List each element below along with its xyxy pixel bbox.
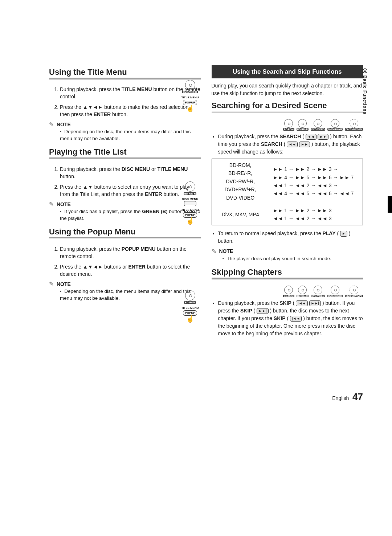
steps-list: During playback, press the DISC MENU or … (49, 165, 201, 198)
heading-title-list: Playing the Title List (49, 147, 201, 157)
note-row: ✎ NOTE (212, 248, 363, 255)
banner: Using the Search and Skip Functions (212, 65, 363, 78)
disc-badge: DVD±RW/±R (327, 286, 343, 297)
step: During playback, press the DISC MENU or … (60, 165, 201, 180)
edge-mark (388, 196, 392, 213)
disc-badge: DivX/MKV/MP4 (345, 286, 363, 297)
blank-button-icon (184, 201, 196, 206)
note-row: ✎ NOTE (49, 281, 201, 287)
popup-button-icon: POPUP (183, 212, 197, 218)
play-icon: ► (340, 231, 347, 237)
disc-badge: BD-ROM (283, 119, 294, 131)
bullet-list: During playback, press the SEARCH ( ◄◄ ►… (212, 133, 363, 156)
note-icon: ✎ (212, 248, 216, 255)
disc-badge: DVD-VIDEO (311, 286, 325, 297)
hand-icon: ☝ (180, 105, 201, 112)
speed-table: BD-ROM, BD-RE/-R, DVD-RW/-R, DVD+RW/+R, … (212, 159, 363, 225)
skip-forward-icon: ►►| (257, 308, 268, 314)
disc-badge: DVD±RW/±R (327, 119, 343, 131)
disc-badge: BD-RE/-R (297, 119, 309, 131)
page-number: 47 (352, 391, 363, 402)
table-cell: DivX, MKV, MP4 (212, 204, 269, 225)
disc-badge: BD-RE/-R (297, 286, 309, 297)
disc-icon-block: BD-RE/-R DISC MENU TITLE MENU POPUP ☝ (180, 181, 201, 224)
rewind-icon: ◄◄ (287, 142, 298, 147)
fastforward-icon: ►► (299, 142, 310, 147)
side-tab: 06 Basic Functions (362, 68, 367, 114)
step: During playback, press the POPUP MENU bu… (60, 245, 201, 260)
skip-back-icon: |◄◄ (296, 300, 307, 306)
popup-button-icon: POPUP (183, 310, 197, 316)
note-row: ✎ NOTE (49, 121, 201, 128)
heading-search: Searching for a Desired Scene (212, 101, 363, 110)
right-column: 06 Basic Functions Using the Search and … (212, 65, 363, 340)
skip-back-icon: |◄◄ (290, 316, 302, 322)
hand-icon: ☝ (180, 316, 201, 322)
skip-forward-icon: ►►| (309, 300, 321, 306)
table-cell: ►► 1 → ►► 2 → ►► 3 ◄◄ 1 → ◄◄ 2 → ◄◄ 3 (269, 204, 363, 225)
fastforward-icon: ►► (318, 134, 328, 140)
hand-icon: ☝ (180, 218, 201, 224)
disc-badge: DVD-VIDEO (311, 119, 325, 131)
disc-row: BD-ROM BD-RE/-R DVD-VIDEO DVD±RW/±R DivX… (212, 286, 363, 297)
note-list: The player does not play sound in search… (222, 255, 363, 262)
divider (49, 157, 201, 160)
footer-lang: English (332, 395, 349, 401)
heading-title-menu: Using the Title Menu (49, 67, 201, 77)
disc-icon-block: DVD-VIDEO TITLE MENU POPUP ☝ (180, 80, 201, 112)
note-icon: ✎ (49, 121, 54, 128)
footer: English 47 (49, 391, 363, 402)
step: Press the ▲▼◄► buttons or ENTER button t… (60, 263, 201, 278)
note-row: ✎ NOTE (49, 201, 201, 208)
disc-icon-block: BD-ROM TITLE MENU POPUP ☝ (180, 290, 201, 322)
table-cell: ►► 1 → ►► 2 → ►► 3 → ►► 4 → ►► 5 → ►► 6 … (269, 159, 363, 204)
rewind-icon: ◄◄ (306, 134, 317, 140)
disc-row: BD-ROM BD-RE/-R DVD-VIDEO DVD±RW/±R DivX… (212, 119, 363, 131)
bullet-list: During playback, press the SKIP ( |◄◄ ►►… (212, 299, 363, 337)
disc-badge: BD-ROM (283, 286, 294, 297)
popup-button-icon: POPUP (183, 100, 197, 105)
divider (49, 78, 201, 80)
heading-skip: Skipping Chapters (212, 267, 363, 277)
disc-badge: DivX/MKV/MP4 (345, 119, 363, 131)
disc-icon (185, 181, 195, 192)
steps-list: During playback, press the POPUP MENU bu… (49, 245, 201, 278)
disc-icon (185, 80, 195, 90)
table-cell: BD-ROM, BD-RE/-R, DVD-RW/-R, DVD+RW/+R, … (212, 159, 269, 204)
divider (212, 278, 363, 280)
note-icon: ✎ (49, 281, 54, 287)
note-icon: ✎ (49, 201, 54, 208)
divider (49, 237, 201, 240)
heading-popup-menu: Using the Popup Menu (49, 227, 201, 237)
disc-icon (185, 290, 195, 300)
steps-list: During playback, press the TITLE MENU bu… (49, 86, 201, 118)
bullet-list: To return to normal speed playback, pres… (212, 230, 363, 245)
note-list: Depending on the disc, the menu items ma… (60, 128, 201, 142)
left-column: Using the Title Menu DVD-VIDEO TITLE MEN… (49, 65, 201, 340)
divider (212, 111, 363, 113)
intro-text: During play, you can search quickly thro… (212, 82, 363, 97)
